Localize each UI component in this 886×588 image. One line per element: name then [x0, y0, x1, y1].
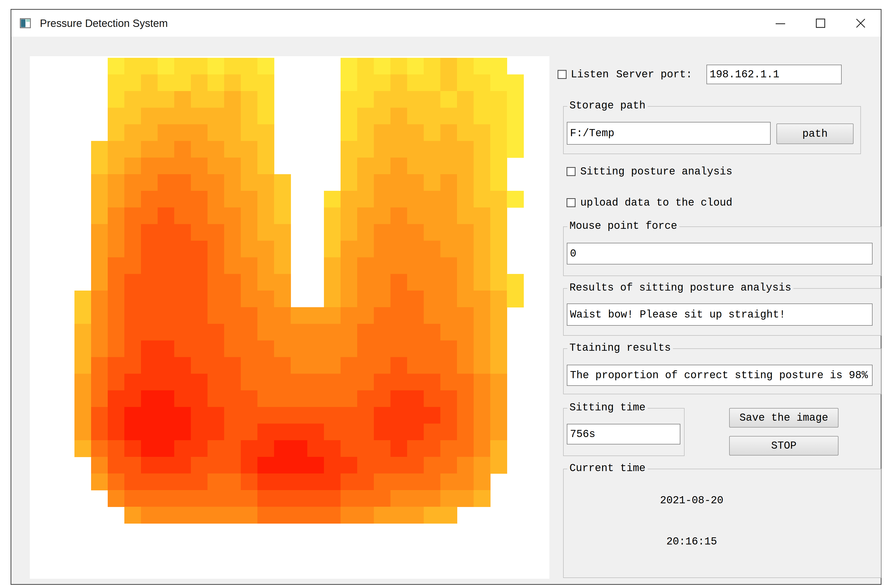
heatmap-cell — [257, 374, 274, 391]
heatmap-cell — [341, 141, 357, 158]
heatmap-cell — [108, 241, 125, 258]
heatmap-cell — [324, 357, 341, 374]
heatmap-cell — [174, 457, 191, 474]
heatmap-cell — [490, 274, 507, 291]
heatmap-cell — [390, 507, 407, 524]
mouse-force-input[interactable] — [567, 243, 872, 264]
current-time-group-title: Current time — [567, 462, 647, 474]
heatmap-cell — [341, 474, 357, 490]
heatmap-cell — [457, 58, 474, 75]
heatmap-cell — [74, 407, 92, 424]
heatmap-cell — [174, 124, 191, 141]
heatmap-cell — [224, 507, 241, 524]
heatmap-cell — [490, 174, 507, 191]
heatmap-cell — [108, 91, 125, 108]
heatmap-cell — [374, 440, 391, 457]
posture-analysis-checkbox[interactable] — [566, 167, 575, 176]
heatmap-cell — [424, 324, 441, 341]
stop-button[interactable]: STOP — [729, 436, 838, 456]
heatmap-cell — [407, 340, 424, 357]
heatmap-cell — [424, 457, 441, 474]
heatmap-cell — [141, 490, 158, 507]
minimize-button[interactable] — [760, 10, 800, 37]
storage-path-input[interactable] — [567, 122, 770, 145]
heatmap-cell — [108, 440, 125, 457]
analysis-results-input[interactable] — [567, 303, 872, 326]
heatmap-cell — [474, 124, 491, 141]
save-image-button[interactable]: Save the image — [729, 408, 838, 428]
heatmap-cell — [191, 91, 208, 108]
heatmap-cell — [257, 324, 274, 341]
heatmap-cell — [407, 74, 424, 92]
sitting-time-input[interactable] — [567, 424, 680, 444]
heatmap-cell — [158, 224, 174, 241]
heatmap-cell — [490, 340, 507, 357]
pressure-heatmap — [74, 58, 524, 524]
heatmap-cell — [291, 307, 308, 324]
heatmap-cell — [158, 74, 174, 92]
heatmap-cell — [357, 291, 374, 308]
heatmap-cell — [440, 390, 457, 407]
server-port-input[interactable] — [706, 64, 842, 84]
heatmap-cell — [174, 440, 191, 457]
heatmap-cell — [490, 307, 507, 324]
training-results-input[interactable] — [567, 365, 872, 386]
heatmap-cell — [341, 257, 357, 274]
heatmap-cell — [390, 224, 407, 241]
maximize-button[interactable] — [800, 10, 841, 37]
heatmap-cell — [274, 224, 291, 241]
heatmap-cell — [224, 374, 241, 391]
heatmap-cell — [291, 340, 308, 357]
heatmap-cell — [174, 257, 191, 274]
heatmap-cell — [341, 174, 357, 191]
heatmap-cell — [207, 124, 224, 141]
heatmap-cell — [341, 108, 357, 124]
close-button[interactable] — [841, 10, 881, 37]
heatmap-cell — [440, 191, 457, 208]
heatmap-cell — [474, 440, 491, 457]
heatmap-cell — [440, 291, 457, 308]
heatmap-cell — [424, 390, 441, 407]
heatmap-cell — [341, 191, 357, 208]
heatmap-cell — [108, 174, 125, 191]
heatmap-cell — [490, 390, 507, 407]
heatmap-cell — [158, 257, 174, 274]
heatmap-cell — [424, 374, 441, 391]
heatmap-cell — [507, 124, 524, 141]
heatmap-cell — [424, 174, 441, 191]
heatmap-cell — [490, 374, 507, 391]
heatmap-cell — [507, 274, 524, 291]
heatmap-cell — [307, 424, 324, 441]
heatmap-cell — [357, 424, 374, 441]
heatmap-cell — [374, 74, 391, 92]
heatmap-cell — [440, 274, 457, 291]
heatmap-cell — [241, 257, 258, 274]
heatmap-cell — [390, 357, 407, 374]
pressure-canvas[interactable] — [30, 56, 550, 579]
heatmap-cell — [407, 507, 424, 524]
heatmap-cell — [374, 124, 391, 141]
heatmap-cell — [91, 440, 108, 457]
heatmap-cell — [490, 108, 507, 124]
path-button[interactable]: path — [776, 123, 853, 144]
heatmap-cell — [158, 174, 174, 191]
heatmap-cell — [390, 490, 407, 507]
heatmap-cell — [207, 324, 224, 341]
heatmap-cell — [241, 158, 258, 174]
heatmap-cell — [191, 224, 208, 241]
heatmap-cell — [174, 191, 191, 208]
heatmap-cell — [257, 357, 274, 374]
listen-checkbox[interactable] — [557, 70, 566, 79]
heatmap-cell — [74, 340, 92, 357]
heatmap-cell — [174, 307, 191, 324]
heatmap-cell — [158, 407, 174, 424]
heatmap-cell — [74, 291, 92, 308]
heatmap-cell — [357, 507, 374, 524]
heatmap-cell — [474, 374, 491, 391]
heatmap-cell — [457, 374, 474, 391]
window-title: Pressure Detection System — [40, 17, 168, 29]
heatmap-cell — [457, 474, 474, 490]
upload-cloud-checkbox[interactable] — [566, 198, 575, 207]
heatmap-cell — [124, 191, 141, 208]
heatmap-cell — [108, 224, 125, 241]
